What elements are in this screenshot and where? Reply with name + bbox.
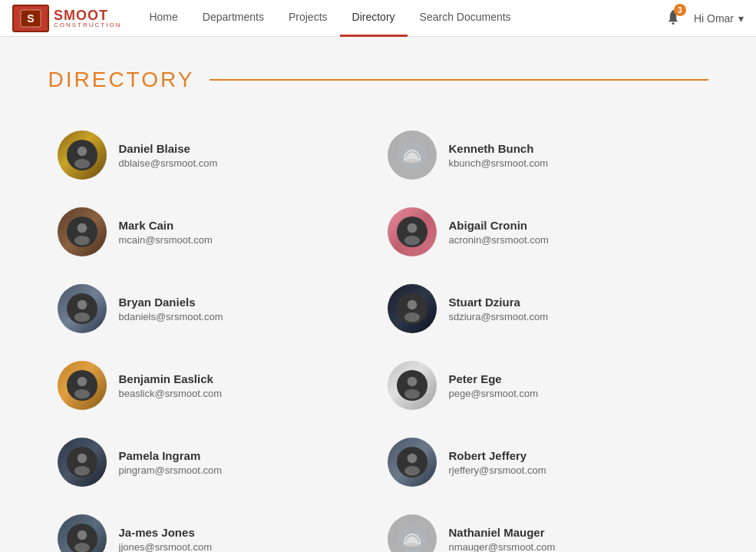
person-email: acronin@srsmoot.com xyxy=(449,234,699,246)
nav-search-documents[interactable]: Search Documents xyxy=(408,0,523,37)
brand[interactable]: S SMOOT CONSTRUCTION xyxy=(12,5,121,32)
svg-point-10 xyxy=(77,223,87,233)
avatar xyxy=(58,514,107,552)
notification-badge: 3 xyxy=(674,4,686,16)
brand-logo: S xyxy=(12,5,49,32)
avatar xyxy=(388,284,437,333)
person-card[interactable]: Bryan Danielsbdaniels@srsmoot.com xyxy=(48,273,378,344)
person-name: Mark Cain xyxy=(119,219,369,232)
svg-point-5 xyxy=(74,159,90,169)
svg-point-32 xyxy=(404,466,420,476)
avatar xyxy=(388,207,437,256)
title-line xyxy=(210,79,708,81)
page-title-row: DIRECTORY xyxy=(48,68,708,92)
person-card[interactable]: Ja-mes Jonesjjones@srsmoot.com xyxy=(48,504,378,552)
brand-text: SMOOT CONSTRUCTION xyxy=(54,8,121,28)
svg-point-17 xyxy=(74,312,90,322)
person-card[interactable]: Robert Jefferyrjeffery@srsmoot.com xyxy=(378,427,708,497)
person-card[interactable]: Peter Egepege@srsmoot.com xyxy=(378,350,708,421)
person-name: Daniel Blaise xyxy=(119,142,369,155)
person-info: Pamela Ingrampingram@srsmoot.com xyxy=(119,449,369,476)
svg-point-26 xyxy=(404,389,420,399)
person-name: Stuart Dziura xyxy=(449,296,699,309)
avatar xyxy=(388,131,437,180)
person-info: Daniel Blaisedblaise@srsmoot.com xyxy=(119,142,369,169)
person-card[interactable]: Pamela Ingrampingram@srsmoot.com xyxy=(48,427,378,497)
person-info: Mark Cainmcain@srsmoot.com xyxy=(119,219,369,246)
brand-name: SMOOT xyxy=(54,8,121,22)
svg-point-13 xyxy=(407,223,417,233)
directory-grid: Daniel Blaisedblaise@srsmoot.com Kenneth… xyxy=(48,120,708,552)
person-name: Peter Ege xyxy=(449,372,699,385)
avatar xyxy=(58,438,107,487)
avatar xyxy=(58,284,107,333)
svg-point-16 xyxy=(77,300,87,310)
avatar xyxy=(58,131,107,180)
person-info: Robert Jefferyrjeffery@srsmoot.com xyxy=(449,449,699,476)
svg-point-28 xyxy=(77,454,87,464)
avatar xyxy=(58,361,107,410)
person-email: pingram@srsmoot.com xyxy=(119,464,369,476)
nav-links: Home Departments Projects Directory Sear… xyxy=(137,0,661,37)
svg-point-20 xyxy=(404,312,420,322)
person-email: dblaise@srsmoot.com xyxy=(119,157,369,169)
nav-right: 3 Hi Omar ▾ xyxy=(662,5,744,31)
person-name: Bryan Daniels xyxy=(119,296,369,309)
svg-point-23 xyxy=(74,389,90,399)
user-menu[interactable]: Hi Omar ▾ xyxy=(694,12,744,25)
person-info: Stuart Dziurasdziura@srsmoot.com xyxy=(449,296,699,322)
person-name: Ja-mes Jones xyxy=(119,526,369,539)
person-card[interactable]: Benjamin Easlickbeaslick@srsmoot.com xyxy=(48,350,378,421)
user-dropdown-icon: ▾ xyxy=(738,12,744,25)
person-email: nmauger@srsmoot.com xyxy=(449,541,699,553)
person-name: Benjamin Easlick xyxy=(119,372,369,385)
person-info: Ja-mes Jonesjjones@srsmoot.com xyxy=(119,526,369,553)
svg-point-25 xyxy=(407,377,417,387)
svg-point-31 xyxy=(407,454,417,464)
person-info: Nathaniel Maugernmauger@srsmoot.com xyxy=(449,526,699,553)
nav-projects[interactable]: Projects xyxy=(276,0,340,37)
person-email: mcain@srsmoot.com xyxy=(119,234,369,246)
svg-point-14 xyxy=(404,236,420,246)
person-card[interactable]: Mark Cainmcain@srsmoot.com xyxy=(48,197,378,267)
avatar xyxy=(388,514,437,552)
person-card[interactable]: Daniel Blaisedblaise@srsmoot.com xyxy=(48,120,378,190)
svg-point-22 xyxy=(77,377,87,387)
person-card[interactable]: Abigail Croninacronin@srsmoot.com xyxy=(378,197,708,267)
person-card[interactable]: Nathaniel Maugernmauger@srsmoot.com xyxy=(378,504,708,552)
avatar xyxy=(388,361,437,410)
person-email: bdaniels@srsmoot.com xyxy=(119,311,369,322)
brand-sub: CONSTRUCTION xyxy=(54,22,121,28)
svg-point-11 xyxy=(74,236,90,246)
nav-departments[interactable]: Departments xyxy=(190,0,276,37)
person-email: beaslick@srsmoot.com xyxy=(119,388,369,399)
person-card[interactable]: Kenneth Bunchkbunch@srsmoot.com xyxy=(378,120,708,190)
avatar xyxy=(58,207,107,256)
person-card[interactable]: Stuart Dziurasdziura@srsmoot.com xyxy=(378,273,708,344)
person-name: Kenneth Bunch xyxy=(449,142,699,155)
person-email: pege@srsmoot.com xyxy=(449,388,699,399)
person-name: Nathaniel Mauger xyxy=(449,526,699,539)
nav-directory[interactable]: Directory xyxy=(340,0,408,37)
user-greeting: Hi Omar xyxy=(694,12,734,25)
nav-home[interactable]: Home xyxy=(137,0,190,37)
person-name: Pamela Ingram xyxy=(119,449,369,462)
navbar: S SMOOT CONSTRUCTION Home Departments Pr… xyxy=(0,0,756,37)
svg-point-35 xyxy=(74,543,90,552)
person-info: Benjamin Easlickbeaslick@srsmoot.com xyxy=(119,372,369,399)
person-info: Kenneth Bunchkbunch@srsmoot.com xyxy=(449,142,699,169)
person-email: jjones@srsmoot.com xyxy=(119,541,369,553)
main-content: DIRECTORY Daniel Blaisedblaise@srsmoot.c… xyxy=(33,37,724,552)
svg-point-29 xyxy=(74,466,90,476)
person-name: Robert Jeffery xyxy=(449,449,699,462)
svg-point-4 xyxy=(77,147,87,157)
page-title: DIRECTORY xyxy=(48,68,195,92)
person-email: sdziura@srsmoot.com xyxy=(449,311,699,322)
person-name: Abigail Cronin xyxy=(449,219,699,232)
person-info: Peter Egepege@srsmoot.com xyxy=(449,372,699,399)
person-email: rjeffery@srsmoot.com xyxy=(449,464,699,476)
notification-button[interactable]: 3 xyxy=(662,5,685,31)
svg-point-34 xyxy=(77,531,87,540)
svg-point-38 xyxy=(405,543,419,547)
svg-text:S: S xyxy=(27,12,34,25)
